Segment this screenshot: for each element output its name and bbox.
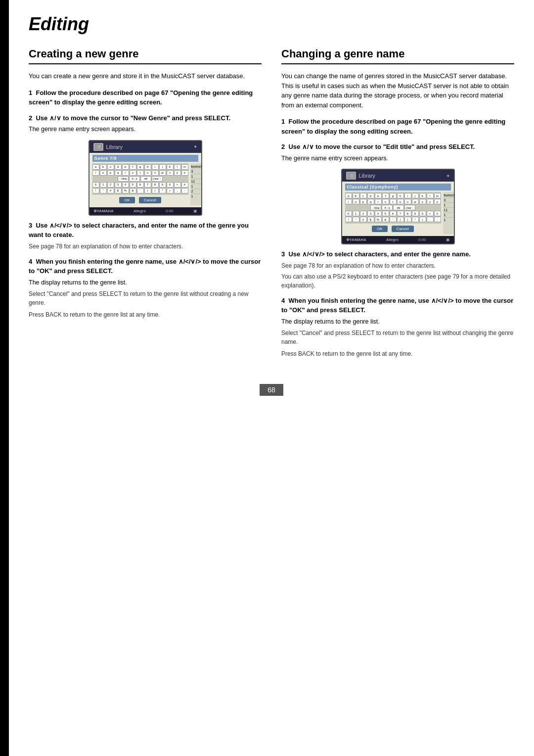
key-v: v	[152, 170, 159, 176]
right-step-4-header: 4 When you finish entering the genre nam…	[281, 296, 514, 315]
key-3: 3	[115, 182, 122, 188]
cancel-button[interactable]: Cancel	[139, 197, 161, 203]
table-r3: 11152	[191, 179, 202, 184]
rkey-sp5: %	[375, 217, 382, 222]
rkey-sp12: ,	[427, 217, 434, 222]
rkey-o: o	[353, 199, 359, 204]
key-sp2: "	[100, 188, 107, 193]
key-sp1: !	[92, 188, 99, 193]
left-step-2-header: 2 Use ∧/∨ to move the cursor to "New Gen…	[29, 113, 262, 123]
key-sp11: +	[167, 188, 174, 193]
right-library-icon	[346, 172, 356, 180]
rkey-n1: 1	[353, 211, 359, 216]
right-allegro-label: Allegro	[386, 237, 399, 242]
key-c: c	[107, 164, 114, 170]
right-cancel-button[interactable]: Cancel	[392, 226, 414, 232]
right-step-4-note1: Select "Cancel" and press SELECT to retu…	[281, 329, 514, 346]
left-screen-table-right: bumsSongs 317 112 11152 113 225 111	[190, 163, 202, 205]
key-s: s	[130, 170, 136, 176]
right-screen-body: Classical (Symphony) a b c d e	[342, 182, 454, 236]
right-wifi-icon: ✦	[446, 173, 450, 179]
left-step-3-note: See page 78 for an explanation of how to…	[29, 242, 262, 251]
right-ok-button[interactable]: OK	[372, 226, 388, 232]
key-sp7: '	[137, 188, 144, 193]
rkey-n5: 5	[382, 211, 389, 216]
key-A-a: A→a	[129, 176, 140, 182]
left-input-bar: Genre 7/9	[92, 155, 198, 162]
right-screen-split: a b c d e f g h i j	[345, 192, 451, 234]
right-time-display: 0:00	[418, 237, 426, 242]
key-y: y	[174, 170, 181, 176]
rkey-n4: 4	[375, 211, 382, 216]
rkey-n8: 8	[404, 211, 411, 216]
rkey-q: q	[367, 199, 374, 204]
left-column: Creating a new genre You can create a ne…	[29, 47, 262, 364]
key-m: m	[181, 164, 188, 170]
key-sp9: )	[152, 188, 159, 193]
right-step-4: 4 When you finish entering the genre nam…	[281, 296, 514, 358]
right-screen-keys: a b c d e f g h i j	[345, 192, 441, 234]
rkey-sp3: #	[360, 217, 367, 222]
key-row-1: a b c d e f g h i j	[92, 164, 188, 170]
right-screen-top: Library ✦	[342, 170, 454, 182]
key-e: e	[122, 164, 129, 170]
rkey-e: e	[375, 193, 382, 198]
right-key-row-1: a b c d e f g h i j	[345, 193, 441, 198]
rkey-i: i	[404, 193, 411, 198]
left-step-4-note2: Press BACK to return to the genre list a…	[29, 310, 262, 319]
key-x: x	[167, 170, 174, 176]
rkey-l: l	[427, 193, 434, 198]
key-4: 4	[122, 182, 129, 188]
right-intro: You can change the name of genres stored…	[281, 71, 514, 110]
rkey-m: m	[434, 193, 441, 198]
table-r6: 111	[191, 194, 202, 198]
page-header: Editing	[29, 0, 514, 43]
rkey-hash: #	[434, 211, 441, 216]
left-ok-cancel: OK Cancel	[92, 195, 188, 205]
rkey-eq: =	[427, 211, 434, 216]
right-table-r5: 111	[444, 218, 455, 222]
rkey-d: d	[367, 193, 374, 198]
table-r4: 113	[191, 184, 202, 189]
rkey-h: h	[397, 193, 404, 198]
key-r: r	[122, 170, 129, 176]
key-h: h	[144, 164, 151, 170]
left-step-4-note1: Select "Cancel" and press SELECT to retu…	[29, 289, 262, 307]
rkey-n0b: 0	[419, 211, 426, 216]
right-screen-bottom: ⊕YAMAHA Allegro 0:00 ▣	[342, 236, 454, 243]
ok-button[interactable]: OK	[119, 197, 135, 203]
key-l: l	[174, 164, 181, 170]
key-bksp: ←bksp	[118, 176, 129, 182]
library-icon	[93, 143, 103, 151]
key-row-4: 0 1 2 3 4 5 6 7 8 9	[92, 182, 188, 188]
right-step-4-body: The display returns to the genre list.	[281, 317, 514, 327]
rkey-sp6: &	[382, 217, 389, 222]
left-step-4: 4 When you finish entering the genre nam…	[29, 257, 262, 319]
rkey-p: p	[360, 199, 367, 204]
wifi-icon: ✦	[193, 144, 197, 149]
right-library-label: Library	[359, 173, 376, 179]
key-row-2: / o p q r s t u v w	[92, 170, 188, 176]
rkey-t: t	[390, 199, 397, 204]
key-1: 1	[100, 182, 107, 188]
right-column: Changing a genre name You can change the…	[281, 47, 514, 364]
right-signal-icon: ▣	[446, 237, 450, 242]
rkey-r: r	[375, 199, 382, 204]
right-step-3: 3 Use ∧/</∨/> to select characters, and …	[281, 249, 514, 290]
right-keyboard: a b c d e f g h i j	[345, 192, 441, 224]
rkey-n9: 9	[412, 211, 419, 216]
key-eq: =	[174, 182, 181, 188]
key-i: i	[152, 164, 159, 170]
left-screen: Library ✦ Genre 7/9 a b	[89, 140, 202, 216]
key-sp13: -	[181, 188, 188, 193]
rkey-n3: 3	[367, 211, 374, 216]
rkey-del: del	[393, 205, 404, 210]
key-k: k	[167, 164, 174, 170]
rkey-sp2: "	[353, 217, 359, 222]
rkey-b: b	[353, 193, 359, 198]
left-screen-top: Library ✦	[89, 141, 201, 153]
left-step-3-header: 3 Use ∧/</∨/> to select characters, and …	[29, 221, 262, 240]
right-screen-container: Library ✦ Classical (Symphony) a b	[281, 169, 514, 244]
rkey-w: w	[412, 199, 419, 204]
right-step-2: 2 Use ∧/∨ to move the cursor to "Edit ti…	[281, 142, 514, 163]
